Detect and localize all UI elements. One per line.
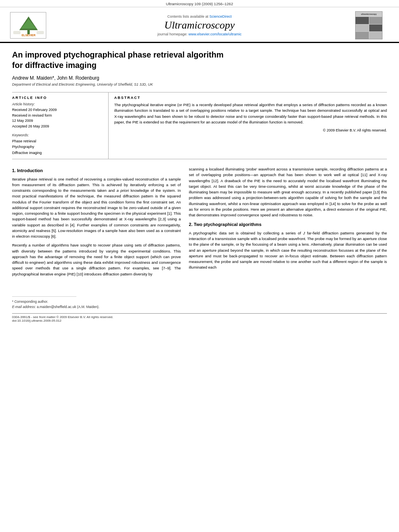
footnote-area: * Corresponding author. E-mail address: … [12, 280, 181, 310]
article-title: An improved ptychographical phase retrie… [12, 49, 387, 70]
contents-available-label: Contents lists available at ScienceDirec… [48, 14, 351, 18]
elsevier-logo-area: ELSEVIER [8, 12, 48, 39]
elsevier-tree-logo: ELSEVIER [11, 13, 46, 37]
authors-line: Andrew M. Maiden*, John M. Rodenburg [12, 75, 387, 81]
affiliation: Department of Electrical and Electronic … [12, 82, 387, 86]
left-column: 1. Introduction Iterative phase retrieva… [12, 166, 181, 309]
history-label: Article history: [12, 102, 103, 106]
journal-name: Ultramicroscopy [48, 19, 351, 31]
footer-bottom: 0304-3991/$ - see front matter © 2009 El… [12, 313, 387, 322]
article-info-column: ARTICLE INFO Article history: Received 2… [12, 92, 109, 159]
abstract-column: ABSTRACT The ptychographical iterative e… [109, 92, 387, 159]
intro-paragraph-2: Recently a number of algorithms have sou… [12, 242, 181, 277]
article-body: An improved ptychographical phase retrie… [0, 43, 399, 327]
svg-rect-4 [13, 31, 21, 34]
abstract-text: The ptychographical iterative engine (or… [114, 102, 387, 125]
intro-section-title: 1. Introduction [12, 167, 181, 174]
footnote-email: E-mail address: a.maiden@sheffield.ac.uk… [12, 304, 181, 310]
footnote-divider [12, 296, 76, 297]
footnote-corresponding: * Corresponding author. [12, 299, 181, 304]
right-column: scanning a localised illuminating 'probe… [189, 166, 387, 309]
journal-cover-area: ultramicroscopy [351, 11, 387, 39]
main-content-columns: 1. Introduction Iterative phase retrieva… [12, 166, 387, 309]
journal-cover-image: ultramicroscopy [355, 11, 383, 39]
journal-citation: Ultramicroscopy 109 (2009) 1256–1262 [0, 0, 399, 7]
keyword-1: Phase retrieval [12, 138, 103, 144]
abstract-heading: ABSTRACT [114, 96, 387, 100]
journal-title-area: Contents lists available at ScienceDirec… [48, 14, 351, 36]
history-received: Received 20 February 2009 [12, 107, 103, 113]
history-accepted: Accepted 26 May 2009 [12, 124, 103, 129]
homepage-label: journal homepage: www.elsevier.com/locat… [48, 32, 351, 36]
history-revised: Received in revised form12 May 2009 [12, 113, 103, 124]
section2-title: 2. Two ptychographical algorithms [189, 221, 387, 228]
homepage-link[interactable]: www.elsevier.com/locate/ultramic [189, 32, 242, 36]
svg-rect-5 [37, 31, 44, 34]
keyword-3: Diffractive imaging [12, 150, 103, 156]
keywords-label: Keywords: [12, 133, 103, 137]
svg-text:ELSEVIER: ELSEVIER [22, 34, 36, 37]
science-direct-link[interactable]: ScienceDirect [210, 14, 232, 18]
elsevier-box: ELSEVIER [10, 12, 46, 39]
intro-paragraph-1: Iterative phase retrieval is one method … [12, 177, 181, 240]
info-abstract-section: ARTICLE INFO Article history: Received 2… [12, 92, 387, 159]
col2-paragraph-2: A ptychographic data set is obtained by … [189, 230, 387, 271]
copyright-notice: © 2009 Elsevier B.V. All rights reserved… [114, 128, 387, 132]
journal-header: ELSEVIER Contents lists available at Sci… [0, 7, 399, 43]
col2-paragraph-1: scanning a localised illuminating 'probe… [189, 166, 387, 218]
keyword-2: Ptychography [12, 144, 103, 150]
article-info-heading: ARTICLE INFO [12, 96, 103, 100]
